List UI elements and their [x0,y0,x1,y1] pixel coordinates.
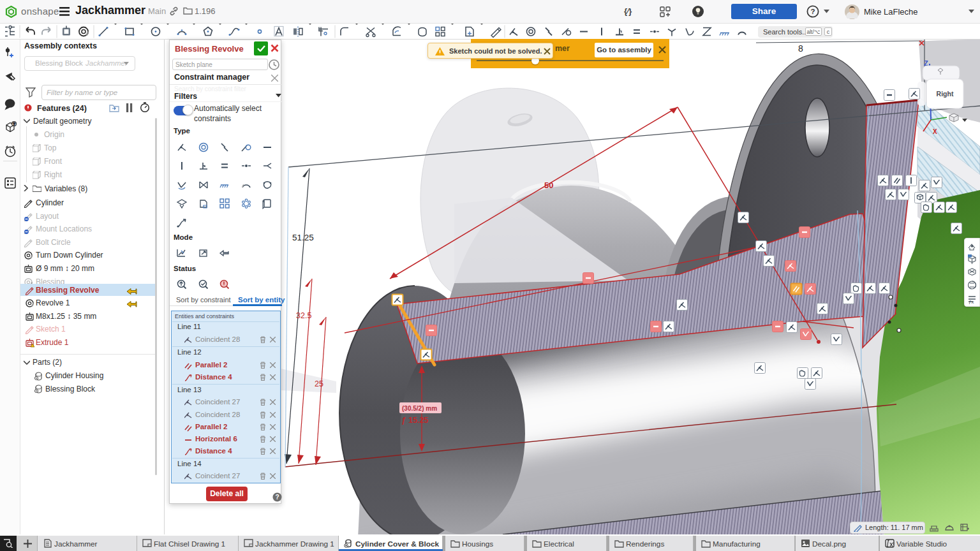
svg-text:X: X [933,128,937,135]
svg-text:(30.5/2) mm: (30.5/2) mm [402,405,437,412]
svg-text:ƒ: ƒ [401,416,406,425]
svg-text:8: 8 [798,43,803,54]
svg-text:?: ? [13,122,15,126]
svg-text:Right: Right [937,90,954,98]
svg-text:51.25: 51.25 [292,233,314,242]
svg-text:ƒx: ƒx [969,299,974,304]
svg-text:?: ? [275,494,279,501]
svg-text:50: 50 [544,180,553,190]
svg-text:?: ? [810,8,815,15]
svg-text:32.5: 32.5 [296,311,311,320]
svg-text:25: 25 [315,379,323,388]
svg-text:15.25: 15.25 [408,416,428,425]
